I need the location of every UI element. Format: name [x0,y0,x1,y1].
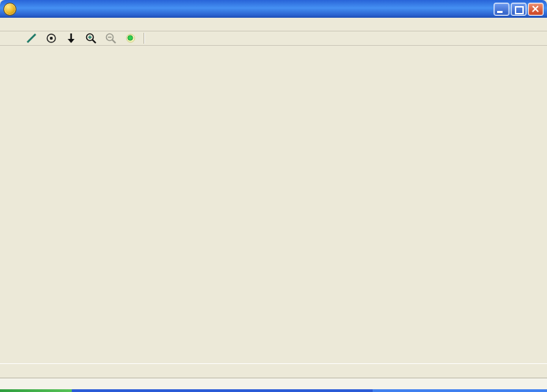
application-window [0,0,547,392]
app-icon [3,3,16,16]
arrow-down-tool-icon[interactable] [63,32,79,44]
chart-plot [0,45,547,363]
close-button[interactable] [528,3,544,16]
start-button-edge [0,389,72,392]
draw-line-tool-icon[interactable] [23,32,40,44]
toolbar-separator [144,33,145,44]
marker-tool-icon[interactable] [122,32,139,44]
zoom-out-icon[interactable] [103,32,119,44]
quote-info-bar [0,363,547,378]
crosshair-tool-icon[interactable] [43,32,59,44]
taskbar-window-edge [72,389,373,392]
windows-taskbar-edge [0,389,547,392]
chart-canvas[interactable] [0,45,547,363]
status-message-bar [0,378,547,389]
restore-button[interactable] [511,3,526,16]
window-controls [494,3,544,16]
menu-bar [0,18,547,31]
toolbar [0,31,547,46]
minimize-button[interactable] [494,3,509,16]
zoom-in-icon[interactable] [83,32,99,44]
title-bar [0,0,547,18]
